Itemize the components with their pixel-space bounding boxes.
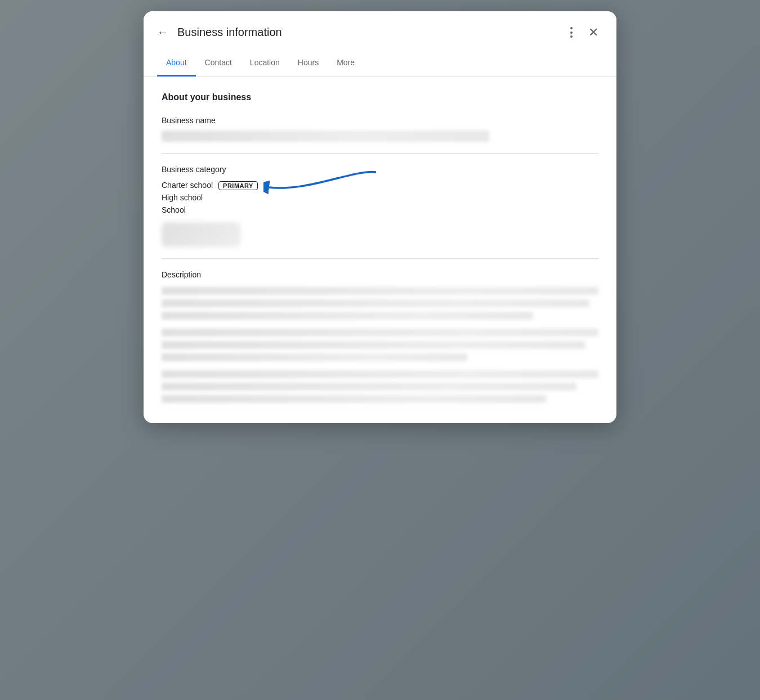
header-actions: ✕ bbox=[561, 22, 603, 43]
category-item-high-school: High school bbox=[162, 193, 598, 202]
close-icon: ✕ bbox=[588, 26, 598, 39]
business-category-section: Business category Charter school PRIMARY bbox=[162, 165, 598, 247]
description-section: Description bbox=[162, 270, 598, 403]
modal-body: About your business Business name Busine… bbox=[144, 77, 616, 423]
category-name-high-school: High school bbox=[162, 193, 203, 202]
modal-backdrop: ← Business information ✕ About Contact L… bbox=[0, 0, 760, 700]
modal-title: Business information bbox=[177, 26, 561, 39]
business-name-label: Business name bbox=[162, 116, 598, 125]
tab-hours[interactable]: Hours bbox=[289, 50, 328, 77]
description-line-1 bbox=[162, 287, 598, 295]
vertical-dots-icon bbox=[566, 27, 577, 38]
tabs-container: About Contact Location Hours More bbox=[144, 50, 616, 77]
tab-more[interactable]: More bbox=[328, 50, 364, 77]
description-line-5 bbox=[162, 341, 585, 349]
close-button[interactable]: ✕ bbox=[584, 22, 603, 43]
description-line-4 bbox=[162, 329, 598, 336]
primary-badge: PRIMARY bbox=[218, 181, 258, 190]
category-item-school: School bbox=[162, 205, 598, 214]
description-label: Description bbox=[162, 270, 598, 279]
description-line-2 bbox=[162, 299, 589, 307]
modal-header: ← Business information ✕ bbox=[144, 11, 616, 50]
business-info-modal: ← Business information ✕ About Contact L… bbox=[144, 11, 616, 423]
category-name-school: School bbox=[162, 205, 186, 214]
business-name-value-blurred[interactable] bbox=[162, 131, 489, 142]
back-button[interactable]: ← bbox=[153, 21, 173, 43]
category-item-charter-school: Charter school PRIMARY bbox=[162, 181, 598, 190]
description-line-6 bbox=[162, 353, 467, 361]
add-category-blurred[interactable] bbox=[162, 222, 240, 247]
more-options-button[interactable] bbox=[561, 23, 582, 43]
divider-1 bbox=[162, 153, 598, 154]
tab-location[interactable]: Location bbox=[241, 50, 289, 77]
description-line-9 bbox=[162, 395, 546, 403]
back-arrow-icon: ← bbox=[157, 26, 168, 39]
description-line-8 bbox=[162, 383, 576, 391]
section-title: About your business bbox=[162, 92, 598, 102]
description-line-7 bbox=[162, 370, 598, 378]
tab-contact[interactable]: Contact bbox=[196, 50, 241, 77]
business-name-section: Business name bbox=[162, 116, 598, 142]
category-name-charter-school: Charter school bbox=[162, 181, 213, 190]
tab-about[interactable]: About bbox=[157, 50, 196, 77]
business-category-label: Business category bbox=[162, 165, 598, 174]
arrow-annotation-container: PRIMARY bbox=[218, 181, 258, 190]
divider-2 bbox=[162, 258, 598, 259]
description-line-3 bbox=[162, 312, 533, 320]
